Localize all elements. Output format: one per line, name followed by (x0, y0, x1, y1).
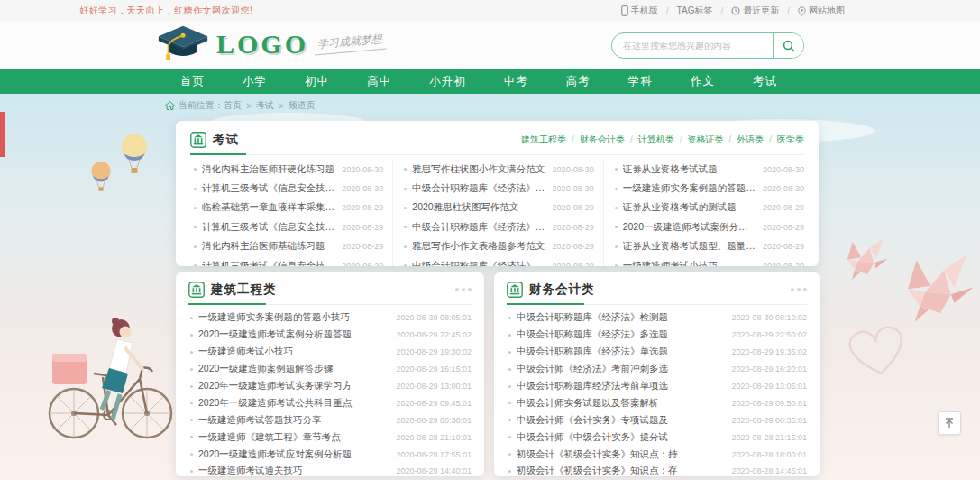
article-title: 2020年一级建造师考试公共科目重点 (198, 397, 389, 410)
article-title: 中级会计师《经济法》考前冲刺多选 (517, 363, 724, 375)
site-header: LOGO 学习成就梦想 (0, 22, 980, 69)
more-icon[interactable] (453, 288, 472, 291)
article-link[interactable]: 一级建造师考试小技巧 2020-08-29 (613, 256, 804, 266)
category-link[interactable]: 建筑工程类 (521, 134, 566, 146)
article-link[interactable]: 临检基础第一章血液样本采集和血涂片制备试 2020-08-29 (192, 198, 383, 217)
article-link[interactable]: 中级会计职称题库经济法考前单项选 2020-08-29 13:05:01 (507, 378, 807, 395)
article-title: 中级会计师《中级会计实务》提分试 (517, 431, 724, 444)
article-link[interactable]: 一级建造师《建筑工程》章节考点 2020-08-28 21:10:01 (188, 429, 472, 446)
bullet-icon (190, 368, 193, 371)
search-input[interactable] (612, 33, 773, 58)
category-link[interactable]: 资格证类 (674, 134, 724, 146)
article-link[interactable]: 2020一级建造师考试案例分析题答题 2020-08-29 22:45:02 (188, 327, 472, 344)
article-title: 2020一级建造师考试应对案例分析题 (198, 448, 389, 461)
article-link[interactable]: 消化内科主治医师肝硬化练习题 2020-08-30 (192, 160, 383, 179)
article-link[interactable]: 中级会计职称题库《经济法》单选题 2020-08-29 19:35:02 (507, 344, 807, 361)
article-link[interactable]: 2020年一级建造师考试公共科目重点 2020-08-29 09:45:01 (188, 394, 472, 411)
nav-item[interactable]: 高考 (566, 69, 591, 94)
category-link[interactable]: 计算机类 (625, 134, 674, 146)
article-link[interactable]: 计算机三级考试《信息安全技术》练习题及答 2020-08-30 (192, 179, 383, 198)
nav-item[interactable]: 考试 (753, 69, 777, 94)
building-icon (190, 132, 206, 148)
logo-text: LOGO (216, 29, 308, 60)
category-link[interactable]: 医学类 (764, 134, 804, 146)
article-link[interactable]: 2020一级建造师考试案例分析题答题五大要 2020-08-29 (613, 217, 804, 236)
search-button[interactable] (773, 33, 803, 58)
nav-item[interactable]: 高中 (367, 69, 391, 94)
article-link[interactable]: 计算机三级考试《信息安全技术》练习题与答 2020-08-29 (192, 217, 383, 236)
more-icon[interactable] (788, 288, 807, 291)
article-link[interactable]: 消化内科主治医师基础练习题 2020-08-29 (192, 237, 383, 256)
article-title: 一级建造师考试小技巧 (198, 346, 389, 358)
article-link[interactable]: 中级会计师实务试题以及答案解析 2020-08-29 09:50:01 (507, 394, 807, 411)
article-link[interactable]: 初级会计《初级会计实务》知识点：存 2020-08-28 14:45:01 (507, 463, 807, 476)
article-link[interactable]: 中级会计职称题库《经济法》多选题练习 2020-08-29 (402, 217, 593, 236)
article-link[interactable]: 中级会计师《会计实务》专项试题及 2020-08-29 06:35:01 (507, 411, 807, 429)
article-title: 2020一级建造师案例题解答步骤 (198, 363, 389, 375)
article-link[interactable]: 中级会计师《经济法》考前冲刺多选 2020-08-29 16:20:01 (507, 361, 807, 378)
category-link[interactable]: 财务会计类 (566, 134, 625, 146)
article-link[interactable]: 证券从业资格考试题型、题量和分值 2020-08-29 (613, 237, 804, 256)
origami-crane-icon (837, 236, 893, 283)
nav-item[interactable]: 作文 (691, 69, 715, 94)
bullet-icon (190, 402, 193, 404)
hot-air-balloon-icon (90, 161, 112, 193)
logo[interactable]: LOGO (155, 24, 308, 64)
article-date: 2020-08-30 (342, 165, 383, 174)
article-time: 2020-08-29 22:50:02 (731, 330, 807, 339)
article-link[interactable]: 一级建造师考试通关技巧 2020-08-28 14:40:01 (188, 463, 472, 476)
bullet-icon (508, 334, 511, 337)
bullet-icon (190, 419, 193, 421)
article-link[interactable]: 2020一级建造师案例题解答步骤 2020-08-29 16:15:01 (188, 361, 472, 378)
breadcrumb-exam[interactable]: 考试 (256, 99, 274, 112)
article-link[interactable]: 雅思写作柱状图小作文满分范文 2020-08-30 (402, 160, 593, 179)
bullet-icon (615, 168, 618, 171)
article-link[interactable]: 证券从业资格考试试题 2020-08-30 (613, 160, 804, 179)
article-link[interactable]: 中级会计职称题库《经济法》多选题 2020-08-29 22:50:02 (507, 327, 807, 344)
article-title: 中级会计职称题库《经济法》检测题 (412, 182, 545, 195)
article-link[interactable]: 中级会计职称题库《经济法》检测题 2020-08-30 08:10:02 (507, 309, 807, 327)
category-link[interactable]: 外语类 (723, 134, 764, 146)
article-date: 2020-08-30 (553, 184, 594, 193)
topbar-link-mobile[interactable]: 手机版 (621, 5, 658, 17)
title-underline (188, 303, 266, 305)
article-link[interactable]: 中级会计职称题库《经济法》检测题 2020-08-30 (402, 179, 593, 198)
bullet-icon (508, 368, 511, 371)
nav-item[interactable]: 中考 (504, 69, 528, 94)
article-link[interactable]: 2020年一级建造师考试实务课学习方 2020-08-29 13:00:01 (188, 378, 472, 395)
bullet-icon (194, 188, 197, 190)
article-link[interactable]: 一级建造师考试答题技巧分享 2020-08-29 06:30:01 (188, 411, 472, 429)
topbar-link-sitemap[interactable]: 网站地图 (779, 5, 845, 17)
article-title: 中级会计职称题库《经济法》多选题 (517, 328, 724, 341)
article-link[interactable]: 证券从业资格考试的测试题 2020-08-29 (613, 198, 804, 217)
article-link[interactable]: 初级会计《初级会计实务》知识点：持 2020-08-28 18:00:01 (507, 446, 807, 463)
article-link[interactable]: 计算机三级考试《信息安全技术》练习题含答 2020-08-29 (192, 256, 383, 266)
nav-item[interactable]: 小学 (243, 69, 267, 94)
article-time: 2020-08-29 16:15:01 (396, 365, 472, 374)
nav-item[interactable]: 首页 (180, 69, 205, 94)
welcome-text: 好好学习，天天向上，红糖作文网欢迎您! (79, 5, 252, 17)
back-to-top-button[interactable] (938, 411, 961, 435)
nav-item[interactable]: 小升初 (429, 69, 466, 94)
article-date: 2020-08-29 (763, 203, 804, 212)
topbar: 好好学习，天天向上，红糖作文网欢迎您! 手机版 TAG标签 最近更新 网站地图 (0, 0, 980, 23)
article-link[interactable]: 中级会计师《中级会计实务》提分试 2020-08-28 21:15:01 (507, 429, 807, 446)
bullet-icon (194, 207, 197, 209)
article-link[interactable]: 一级建造师实务案例题的答题小技巧 2020-08-30 (613, 179, 804, 198)
article-date: 2020-08-29 (553, 203, 594, 212)
article-link[interactable]: 一级建造师考试小技巧 2020-08-29 19:30:02 (188, 344, 472, 361)
topbar-link-recent[interactable]: 最近更新 (712, 5, 779, 17)
article-link[interactable]: 中级会计职称题库《经济法》单选题练习 2020-08-29 (402, 256, 593, 266)
nav-item[interactable]: 初中 (305, 69, 329, 94)
breadcrumb-home[interactable]: 首页 (224, 99, 242, 112)
article-link[interactable]: 一级建造师实务案例题的答题小技巧 2020-08-30 08:05:01 (188, 309, 472, 327)
exam-article-column: 雅思写作柱状图小作文满分范文 2020-08-30 中级会计职称题库《经济法》检… (393, 160, 603, 266)
article-link[interactable]: 2020一级建造师考试应对案例分析题 2020-08-28 17:55:01 (188, 446, 472, 463)
article-date: 2020-08-29 (763, 223, 804, 232)
article-link[interactable]: 雅思写作小作文表格题参考范文 2020-08-29 (402, 237, 593, 256)
bullet-icon (615, 245, 618, 248)
bullet-icon (508, 436, 511, 438)
topbar-link-tags[interactable]: TAG标签 (658, 5, 713, 17)
article-link[interactable]: 2020雅思柱状图写作范文 2020-08-29 (402, 198, 593, 217)
nav-item[interactable]: 学科 (628, 69, 653, 94)
